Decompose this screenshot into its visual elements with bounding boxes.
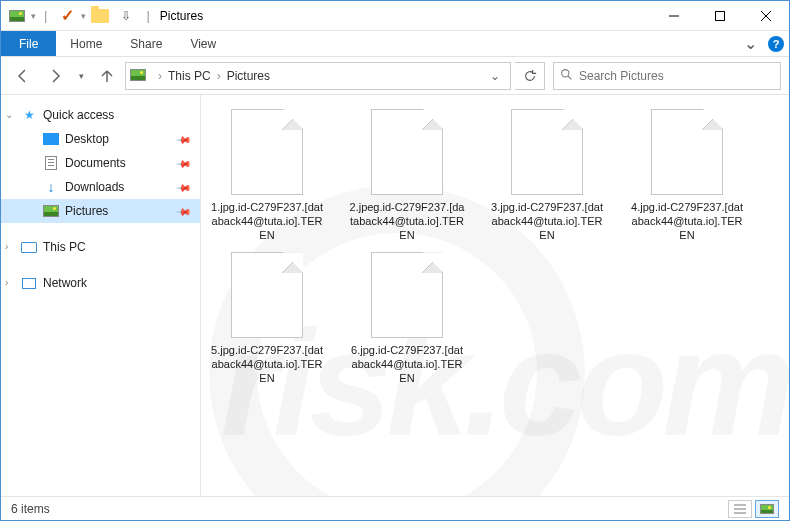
nav-label: Documents: [65, 156, 126, 170]
ribbon-expand[interactable]: ⌄: [737, 31, 763, 56]
nav-network[interactable]: › Network: [1, 271, 200, 295]
help-icon: ?: [768, 36, 784, 52]
tab-share[interactable]: Share: [116, 31, 176, 56]
tab-home[interactable]: Home: [56, 31, 116, 56]
forward-button[interactable]: [41, 62, 69, 90]
star-icon: ★: [21, 107, 37, 123]
file-item[interactable]: 3.jpg.id-C279F237.[databack44@tuta.io].T…: [487, 109, 607, 242]
qat-newfolder[interactable]: [88, 4, 112, 28]
svg-line-5: [568, 76, 571, 79]
file-name: 3.jpg.id-C279F237.[databack44@tuta.io].T…: [488, 201, 606, 242]
thumbnails-view-button[interactable]: [755, 500, 779, 518]
nav-label: Downloads: [65, 180, 124, 194]
crumb-thispc[interactable]: This PC: [166, 69, 213, 83]
nav-pane: ⌄ ★ Quick access Desktop 📌 Documents 📌 ↓…: [1, 95, 201, 496]
search-icon: [560, 67, 573, 85]
pin-icon: 📌: [176, 131, 192, 147]
ribbon: File Home Share View ⌄ ?: [1, 31, 789, 57]
file-menu[interactable]: File: [1, 31, 56, 56]
status-bar: 6 items: [1, 496, 789, 520]
file-item[interactable]: 5.jpg.id-C279F237.[databack44@tuta.io].T…: [207, 252, 327, 385]
file-name: 5.jpg.id-C279F237.[databack44@tuta.io].T…: [208, 344, 326, 385]
file-name: 6.jpg.id-C279F237.[databack44@tuta.io].T…: [348, 344, 466, 385]
file-icon: [231, 109, 303, 195]
downloads-icon: ↓: [43, 179, 59, 195]
window-title: Pictures: [160, 9, 203, 23]
search-input[interactable]: [579, 69, 774, 83]
documents-icon: [43, 155, 59, 171]
explorer-window: ▾ | ✓ ▾ ⇩ | Pictures File Home Share Vie…: [0, 0, 790, 521]
qat-customize[interactable]: ⇩: [114, 4, 138, 28]
nav-downloads[interactable]: ↓ Downloads 📌: [1, 175, 200, 199]
file-pane[interactable]: risk.com 1.jpg.id-C279F237.[databack44@t…: [201, 95, 789, 496]
svg-point-4: [562, 69, 569, 76]
nav-bar: ▾ › This PC › Pictures ⌄: [1, 57, 789, 95]
qat-properties[interactable]: ✓: [55, 4, 79, 28]
file-icon: [371, 109, 443, 195]
help-button[interactable]: ?: [763, 31, 789, 56]
nav-label: Network: [43, 276, 87, 290]
nav-documents[interactable]: Documents 📌: [1, 151, 200, 175]
file-item[interactable]: 2.jpeg.id-C279F237.[databack44@tuta.io].…: [347, 109, 467, 242]
nav-label: Pictures: [65, 204, 108, 218]
search-box[interactable]: [553, 62, 781, 90]
file-item[interactable]: 4.jpg.id-C279F237.[databack44@tuta.io].T…: [627, 109, 747, 242]
nav-label: Desktop: [65, 132, 109, 146]
file-name: 4.jpg.id-C279F237.[databack44@tuta.io].T…: [628, 201, 746, 242]
pin-icon: 📌: [176, 203, 192, 219]
file-name: 2.jpeg.id-C279F237.[databack44@tuta.io].…: [348, 201, 466, 242]
svg-rect-1: [716, 11, 725, 20]
pin-icon: 📌: [176, 155, 192, 171]
file-item[interactable]: 1.jpg.id-C279F237.[databack44@tuta.io].T…: [207, 109, 327, 242]
nav-pictures[interactable]: Pictures 📌: [1, 199, 200, 223]
expand-icon[interactable]: ›: [5, 277, 8, 288]
title-bar: ▾ | ✓ ▾ ⇩ | Pictures: [1, 1, 789, 31]
close-button[interactable]: [743, 1, 789, 31]
network-icon: [21, 275, 37, 291]
item-count: 6 items: [11, 502, 50, 516]
details-view-button[interactable]: [728, 500, 752, 518]
expand-icon[interactable]: ›: [5, 241, 8, 252]
address-bar[interactable]: › This PC › Pictures ⌄: [125, 62, 511, 90]
file-icon: [371, 252, 443, 338]
collapse-icon[interactable]: ⌄: [5, 109, 13, 120]
minimize-button[interactable]: [651, 1, 697, 31]
file-icon: [231, 252, 303, 338]
pictures-icon: [43, 203, 59, 219]
maximize-button[interactable]: [697, 1, 743, 31]
recent-dropdown[interactable]: ▾: [73, 62, 89, 90]
qat-app-icon[interactable]: [5, 4, 29, 28]
tab-view[interactable]: View: [176, 31, 230, 56]
crumb-pictures[interactable]: Pictures: [225, 69, 272, 83]
location-icon: [130, 69, 148, 83]
refresh-button[interactable]: [515, 62, 545, 90]
nav-label: This PC: [43, 240, 86, 254]
nav-label: Quick access: [43, 108, 114, 122]
pin-icon: 📌: [176, 179, 192, 195]
nav-desktop[interactable]: Desktop 📌: [1, 127, 200, 151]
address-dropdown[interactable]: ⌄: [484, 69, 506, 83]
pc-icon: [21, 239, 37, 255]
nav-quick-access[interactable]: ⌄ ★ Quick access: [1, 103, 200, 127]
file-name: 1.jpg.id-C279F237.[databack44@tuta.io].T…: [208, 201, 326, 242]
desktop-icon: [43, 131, 59, 147]
file-item[interactable]: 6.jpg.id-C279F237.[databack44@tuta.io].T…: [347, 252, 467, 385]
file-icon: [511, 109, 583, 195]
file-icon: [651, 109, 723, 195]
nav-this-pc[interactable]: › This PC: [1, 235, 200, 259]
back-button[interactable]: [9, 62, 37, 90]
up-button[interactable]: [93, 62, 121, 90]
